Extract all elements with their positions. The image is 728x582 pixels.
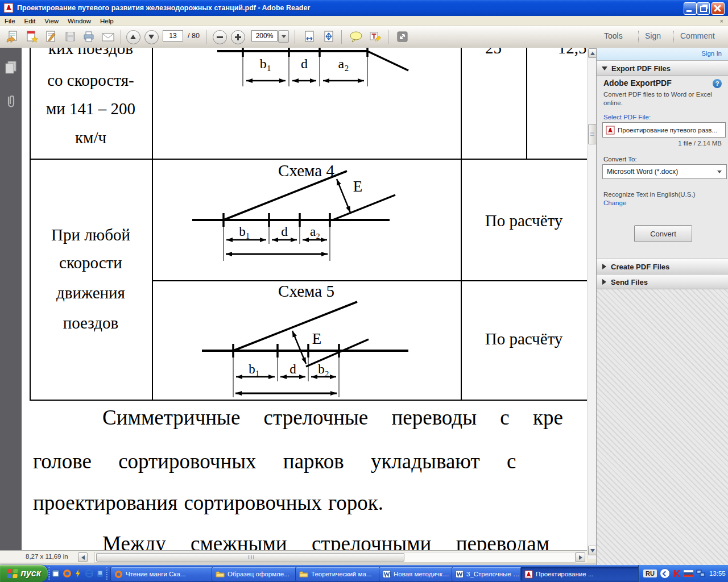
- language-indicator[interactable]: RU: [643, 569, 657, 577]
- horizontal-scroll-thumb[interactable]: [96, 553, 404, 562]
- menu-window[interactable]: Window: [63, 18, 96, 24]
- scroll-left-button[interactable]: [78, 552, 88, 562]
- tools-panel: Sign In Export PDF Files Adobe ExportPDF…: [596, 48, 728, 565]
- format-dropdown[interactable]: Microsoft Word (*.docx): [602, 164, 727, 179]
- taskbar-window-pdf-active[interactable]: Проектирование ...: [520, 567, 642, 581]
- scroll-right-button[interactable]: [576, 552, 585, 562]
- zoom-out-button[interactable]: [212, 29, 228, 45]
- export-pdf-section-header[interactable]: Export PDF Files: [597, 60, 728, 76]
- schema5-diagram: E b₁ d b₂: [152, 280, 461, 400]
- sign-document-button[interactable]: [43, 29, 59, 45]
- selected-file-box[interactable]: Проектирование путевого разв...: [602, 122, 726, 138]
- recognize-text-label: Recognize Text in English(U.S.): [603, 191, 696, 198]
- quick-launch-area: [51, 567, 105, 580]
- vertical-scroll-thumb[interactable]: [588, 124, 597, 144]
- sign-tab[interactable]: Sign: [645, 31, 661, 40]
- taskbar-window-word1[interactable]: Новая методичка ...: [379, 567, 456, 581]
- russian-flag-icon[interactable]: [684, 570, 693, 577]
- pdf-reader-icon: [524, 570, 533, 579]
- save-icon: [64, 30, 77, 44]
- save-button[interactable]: [63, 29, 78, 45]
- highlight-text-button[interactable]: [367, 29, 383, 45]
- close-button[interactable]: [712, 2, 725, 15]
- zoom-level-input[interactable]: [251, 30, 278, 41]
- table-value: 12,5: [532, 48, 587, 57]
- comment-bubble-button[interactable]: [348, 29, 364, 45]
- fit-width-icon: [303, 30, 316, 44]
- word-icon: [456, 570, 464, 578]
- toolbar-separator: [295, 30, 295, 44]
- schema4-dim-d: d: [281, 225, 288, 239]
- attachments-paperclip-icon[interactable]: [5, 94, 18, 111]
- fit-width-button[interactable]: [301, 29, 317, 45]
- email-button[interactable]: [100, 29, 116, 45]
- kaspersky-icon[interactable]: [673, 569, 681, 577]
- taskbar-window-manga[interactable]: Чтение манги Ска...: [110, 567, 216, 581]
- file-summary: 1 file / 2.14 MB: [678, 140, 722, 147]
- next-page-button[interactable]: [143, 29, 159, 45]
- triangle-down-icon: [602, 66, 607, 70]
- triangle-right-icon: [602, 264, 606, 269]
- taskbar-window-word2[interactable]: 3_Стрелочные пе...: [452, 567, 525, 581]
- page-number-input[interactable]: [163, 30, 183, 41]
- quick-launch-app-icon[interactable]: [51, 569, 60, 578]
- dim-label-d: d: [301, 56, 308, 71]
- start-button-label: пуск: [20, 568, 41, 579]
- arrow-left-icon: [81, 555, 85, 560]
- help-icon[interactable]: ?: [713, 79, 722, 88]
- menu-help[interactable]: Help: [96, 18, 118, 24]
- firefox-icon[interactable]: [63, 569, 72, 578]
- page-thumbnails-icon[interactable]: [4, 60, 18, 75]
- menu-view[interactable]: View: [40, 18, 63, 24]
- lightning-icon[interactable]: [73, 569, 82, 578]
- adobe-exportpdf-title: Adobe ExportPDF: [603, 78, 672, 88]
- menu-file[interactable]: File: [0, 18, 20, 24]
- panel-empty-area: [597, 289, 728, 566]
- create-pdf-section-header[interactable]: Create PDF Files: [597, 259, 728, 275]
- open-file-button[interactable]: [5, 29, 20, 45]
- minimize-button[interactable]: [684, 2, 697, 15]
- chevron-down-icon: [282, 35, 286, 38]
- taskbar-window-label: Образец оформле...: [228, 571, 289, 577]
- menu-edit[interactable]: Edit: [20, 18, 40, 24]
- fit-page-button[interactable]: [321, 29, 337, 45]
- arrow-up-icon: [590, 52, 595, 55]
- schema5-e-label: E: [312, 330, 322, 347]
- start-button[interactable]: пуск: [0, 565, 48, 582]
- vertical-scrollbar[interactable]: [587, 48, 597, 559]
- pdf-page[interactable]: ких поездов со скоростя- ми 141 – 200 км…: [22, 48, 587, 550]
- clock[interactable]: 13:55: [709, 570, 726, 577]
- convert-button[interactable]: Convert: [634, 225, 692, 242]
- restore-button[interactable]: [697, 2, 710, 15]
- internet-explorer-icon[interactable]: [85, 569, 94, 578]
- scroll-up-button[interactable]: [588, 48, 597, 58]
- hide-icons-button[interactable]: [660, 568, 670, 579]
- scroll-down-button[interactable]: [588, 546, 597, 555]
- arrow-down-icon: [590, 549, 595, 552]
- sign-in-link[interactable]: Sign In: [701, 50, 722, 57]
- toolbar-close-icon[interactable]: ×: [720, 18, 723, 24]
- network-icon[interactable]: [696, 569, 705, 577]
- send-files-section-header[interactable]: Send Files: [597, 274, 728, 290]
- chevron-down-icon: [717, 171, 722, 173]
- taskbar-window-folder2[interactable]: Теоретический ма...: [295, 567, 383, 581]
- create-pdf-button[interactable]: [24, 29, 40, 45]
- change-link[interactable]: Change: [603, 199, 626, 206]
- taskbar-window-folder1[interactable]: Образец оформле...: [212, 567, 300, 581]
- body-paragraph-line: голове сортировочных парков укладывают с: [33, 449, 516, 474]
- menu-bar: File Edit View Window Help ×: [0, 16, 728, 26]
- plus-icon: [235, 34, 241, 40]
- quick-launch-blue-icon[interactable]: [96, 569, 105, 578]
- horizontal-scrollbar[interactable]: [94, 552, 576, 563]
- select-pdf-file-link[interactable]: Select PDF File:: [603, 114, 651, 120]
- schema4-result: По расчёту: [461, 211, 587, 230]
- schema4-dim-b1: b₁: [239, 225, 250, 239]
- dim-label-a2: a₂: [338, 56, 349, 71]
- print-button[interactable]: [81, 29, 97, 45]
- previous-page-button[interactable]: [125, 29, 141, 45]
- tools-tab[interactable]: Tools: [604, 31, 623, 40]
- comment-tab[interactable]: Comment: [680, 31, 715, 40]
- zoom-in-button[interactable]: [230, 29, 246, 45]
- fullscreen-button[interactable]: [395, 29, 411, 45]
- zoom-dropdown-button[interactable]: [278, 30, 289, 43]
